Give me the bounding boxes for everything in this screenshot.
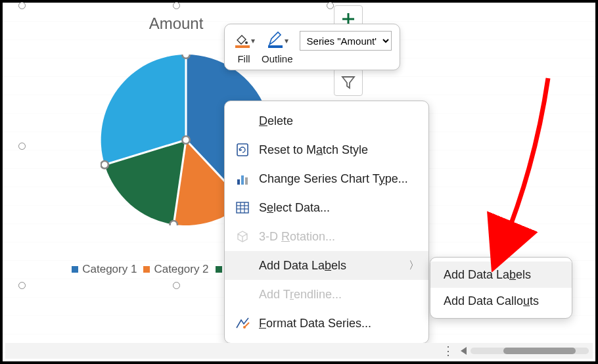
outline-button[interactable]: ▾ Outline — [262, 31, 293, 64]
svg-rect-16 — [241, 175, 244, 185]
resize-handle[interactable] — [18, 282, 26, 289]
chevron-down-icon[interactable]: ▾ — [251, 36, 255, 45]
legend-swatch — [216, 266, 222, 273]
legend-label: Category 1 — [82, 263, 137, 276]
table-icon — [234, 199, 251, 216]
chevron-right-icon: 〉 — [409, 259, 419, 273]
context-menu: Delete Reset to Match Style Change Serie… — [224, 101, 429, 344]
svg-point-5 — [182, 55, 189, 58]
svg-rect-18 — [237, 202, 248, 213]
menu-reset-style[interactable]: Reset to Match Style — [225, 135, 428, 164]
svg-point-8 — [101, 161, 108, 168]
menu-delete[interactable]: Delete — [225, 106, 428, 135]
menu-add-trendline: Add Trendline... — [225, 280, 428, 309]
chevron-down-icon[interactable]: ▾ — [285, 36, 288, 45]
svg-rect-15 — [237, 179, 240, 185]
outline-label: Outline — [262, 53, 293, 64]
cube-icon — [234, 228, 251, 245]
svg-point-11 — [245, 41, 248, 44]
legend-swatch — [143, 266, 150, 273]
resize-handle[interactable] — [173, 282, 180, 289]
resize-handle[interactable] — [327, 2, 334, 9]
svg-point-4 — [182, 136, 189, 143]
fill-label: Fill — [237, 53, 250, 64]
legend-item[interactable]: Category 1 — [72, 263, 137, 276]
horizontal-scrollbar[interactable]: ⋮ — [5, 343, 593, 359]
bar-chart-icon — [234, 170, 251, 187]
add-data-labels-submenu: Add Data Labels Add Data Callouts — [430, 257, 572, 319]
scroll-thumb[interactable] — [503, 348, 576, 354]
legend-swatch — [72, 266, 78, 273]
svg-rect-13 — [268, 45, 283, 48]
mini-toolbar: ▾ Fill ▾ Outline Series "Amount" — [224, 24, 400, 70]
svg-rect-12 — [235, 45, 250, 48]
svg-rect-14 — [237, 144, 248, 156]
submenu-add-data-callouts[interactable]: Add Data Callouts — [430, 288, 572, 314]
menu-add-data-labels[interactable]: Add Data Labels 〉 — [225, 251, 428, 280]
legend-item[interactable]: Category 2 — [143, 263, 208, 276]
resize-handle[interactable] — [173, 2, 180, 9]
submenu-add-data-labels[interactable]: Add Data Labels — [430, 262, 572, 288]
svg-point-23 — [243, 326, 246, 329]
format-icon — [234, 315, 251, 332]
legend-label: Category 2 — [154, 263, 208, 276]
sheet-options-icon[interactable]: ⋮ — [442, 344, 455, 358]
scroll-left-icon[interactable] — [461, 347, 467, 355]
menu-format-data-series[interactable]: Format Data Series... — [225, 309, 428, 338]
svg-point-7 — [170, 221, 177, 225]
menu-select-data[interactable]: Select Data... — [225, 193, 428, 222]
fill-button[interactable]: ▾ Fill — [233, 31, 255, 64]
resize-handle[interactable] — [18, 143, 26, 150]
series-selector[interactable]: Series "Amount" — [300, 31, 392, 51]
reset-icon — [234, 141, 251, 158]
scroll-track[interactable] — [471, 348, 589, 354]
menu-3d-rotation: 3-D Rotation... — [225, 222, 428, 251]
chart-filters-button[interactable] — [334, 68, 363, 96]
svg-rect-17 — [245, 177, 248, 185]
resize-handle[interactable] — [18, 2, 26, 9]
paint-bucket-icon — [233, 31, 250, 51]
pen-icon — [266, 31, 283, 51]
menu-change-chart-type[interactable]: Change Series Chart Type... — [225, 164, 428, 193]
